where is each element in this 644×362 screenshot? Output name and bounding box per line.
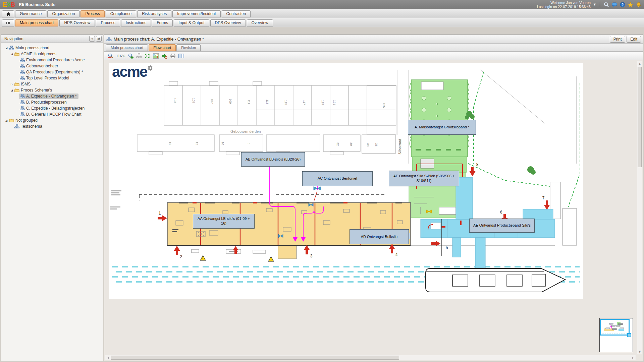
tree-item[interactable]: Not grouped [2, 117, 103, 123]
module-tab[interactable]: HPS Overview [59, 19, 95, 26]
tree-item[interactable]: Environmental Procedures Acme [2, 57, 103, 63]
tree-expander-icon[interactable] [10, 53, 14, 56]
user-menu-caret-icon[interactable]: ▼ [594, 3, 596, 6]
main-tab[interactable]: Contracten [222, 10, 251, 17]
flow-node-ac-ontvangst-bentoniet[interactable]: AC Ontvangst Bentoniet [302, 171, 373, 186]
module-tab[interactable]: Instructions [121, 19, 151, 26]
tree-expander-icon[interactable] [4, 119, 8, 122]
tree-item[interactable]: ACME Hoofdproces [2, 51, 103, 57]
chat-bubble-icon[interactable] [611, 2, 617, 7]
collapse-panel-button[interactable]: « [89, 36, 95, 42]
scroll-down-button[interactable]: ▼ [637, 349, 642, 354]
svg-text:121: 121 [333, 100, 336, 105]
flow-node-aa-ontvangst-lb-silos[interactable]: AA Ontvangst LB-silo's (01-09 + 16) [193, 214, 255, 229]
tree-item[interactable]: D. General HACCP Flow Chart [2, 111, 103, 117]
tree-item[interactable]: Top Level Proces Model [2, 75, 103, 81]
favorites-star-icon[interactable] [628, 2, 633, 7]
view-tab[interactable]: Main process chart [106, 44, 148, 51]
home-tab[interactable] [2, 10, 14, 17]
tree-item[interactable]: C. Expeditie - Beladingstrajecten [2, 105, 103, 111]
refresh-tree-button[interactable]: ⇄ [96, 36, 102, 42]
flow-chart-canvas[interactable]: 103 105 107 109 111 113 115 117 119 121 … [104, 60, 643, 361]
tree-expander-icon[interactable] [4, 47, 8, 50]
tree-item[interactable]: B. Productieprocessen [2, 99, 103, 105]
scroll-right-button[interactable]: ► [631, 355, 636, 360]
view-tab[interactable]: Revision [176, 44, 201, 51]
exb-logo: EXB [3, 1, 15, 8]
svg-text:5: 5 [446, 245, 448, 250]
tab-label: Process [101, 20, 115, 25]
module-tab[interactable]: Main process chart [15, 19, 58, 26]
fit-to-screen-icon[interactable] [145, 53, 150, 59]
tree-item[interactable]: A. Expeditie - Ontvangsten * [2, 93, 103, 99]
horizontal-scrollbar[interactable]: ◄ ► [105, 355, 636, 360]
main-tab[interactable]: Organization [47, 10, 79, 17]
view-tab[interactable]: Flow chart [149, 44, 176, 51]
flow-node-ad-ontvangst-bulksilo[interactable]: AD Ontvangst Bulksilo [350, 229, 409, 244]
apps-grid-icon[interactable] [2, 19, 14, 26]
main-tab[interactable]: Process [80, 10, 104, 17]
scroll-up-button[interactable]: ▲ [637, 61, 642, 66]
main-tab[interactable]: Governance [15, 10, 46, 17]
scroll-left-button[interactable]: ◄ [105, 355, 110, 360]
svg-text:12: 12 [195, 142, 199, 145]
tree-item-label: Environmental Procedures Acme [26, 58, 85, 62]
minimap-viewport[interactable] [600, 319, 630, 336]
boundary-dashed-line [139, 195, 386, 200]
flow-node-a-maisontvangst[interactable]: A. Maisontvangst Grootsilopand * [408, 120, 476, 135]
svg-text:?: ? [621, 3, 623, 6]
tree-item[interactable]: Proces Schema's [2, 87, 103, 93]
svg-text:4: 4 [395, 252, 398, 257]
svg-text:6: 6 [500, 210, 502, 215]
vertical-scrollbar-thumb[interactable] [638, 67, 642, 167]
minimap[interactable] [599, 318, 633, 352]
view-tab-bar: Main process chartFlow chartRevision [104, 44, 643, 52]
overview-map-icon[interactable] [153, 53, 159, 59]
flow-node-af-ontvangst-silo-s-blok[interactable]: AF Ontvangst Silo S-Blok (S05/S06 + S10/… [389, 171, 459, 186]
svg-text:38: 38 [366, 143, 370, 146]
module-tab[interactable]: Overview [247, 19, 273, 26]
tab-label: Organization [52, 11, 75, 16]
module-tab[interactable]: Process [96, 19, 120, 26]
welcome-text: Welcome Jan van Vuuren [537, 1, 591, 5]
tree-item-label: QA Procedures (Departments) * [26, 70, 83, 74]
tree-expander-icon[interactable] [10, 83, 14, 86]
ship [426, 268, 565, 292]
app-title: R5 Business Suite [19, 2, 55, 7]
two-panel-layout-icon[interactable] [178, 53, 184, 59]
tab-label: Improvement/Incident [177, 11, 216, 16]
svg-text:107: 107 [210, 99, 214, 104]
help-icon[interactable]: ? [620, 2, 625, 7]
tree-item[interactable]: Testschema [2, 123, 103, 129]
tab-label: Instructions [126, 20, 146, 25]
zoom-in-icon[interactable] [128, 53, 133, 59]
horizontal-scrollbar-thumb[interactable] [111, 356, 399, 360]
tree-expander-icon[interactable] [10, 89, 14, 92]
hierarchy-icon[interactable] [136, 53, 142, 59]
search-icon[interactable] [603, 2, 609, 7]
main-tab[interactable]: Improvement/Incident [172, 10, 220, 17]
navigation-tree: Main process chart ACME Hoofdproces [1, 43, 103, 129]
tree-item-label: Top Level Proces Model [26, 76, 69, 80]
green-route-lines [468, 72, 580, 207]
main-tab[interactable]: Risk analyses [137, 10, 171, 17]
flow-node-ae-ontvangst-productiepand[interactable]: AE Ontvangst Productiepand Silo's [469, 219, 535, 233]
export-icon[interactable] [162, 53, 167, 59]
tree-item[interactable]: QA Procedures (Departments) * [2, 69, 103, 75]
edit-button[interactable]: Edit [627, 36, 641, 43]
module-tab[interactable]: DPS Overview [210, 19, 246, 26]
notification-bell-icon[interactable] [636, 2, 641, 7]
print-icon[interactable] [170, 53, 176, 59]
flow-node-ab-ontvangst-lb-silos[interactable]: AB Ontvangst LB-silo's (LB20-26) [241, 152, 305, 167]
module-tab[interactable]: Input & Output [174, 19, 209, 26]
tree-item-label: B. Productieprocessen [26, 100, 67, 105]
tree-item[interactable]: Gebouwenbeheer [2, 63, 103, 69]
tree-item[interactable]: ISMS [2, 81, 103, 87]
module-tab[interactable]: Forms [152, 19, 173, 26]
minimap-resize-handle[interactable] [627, 333, 631, 337]
print-button[interactable]: Print [610, 36, 626, 43]
main-tab[interactable]: Compliance [106, 10, 136, 17]
tree-item[interactable]: Main process chart [2, 45, 103, 51]
vertical-scrollbar[interactable]: ▲ ▼ [637, 61, 642, 354]
zoom-out-icon[interactable] [108, 53, 113, 59]
